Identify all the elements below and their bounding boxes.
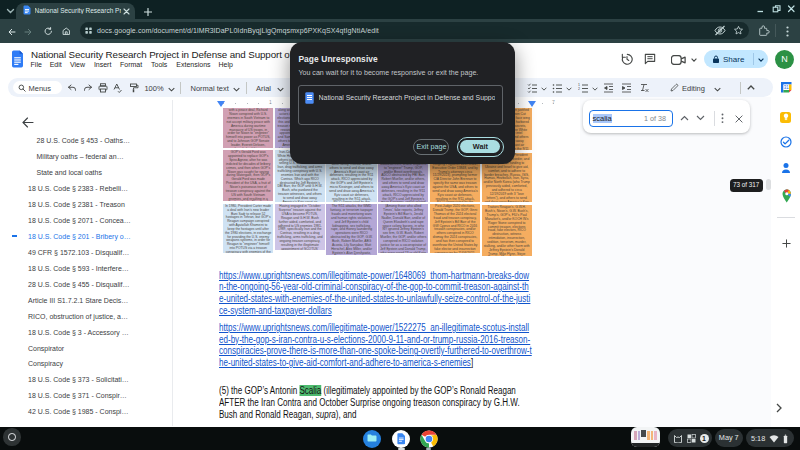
svg-text:31: 31 xyxy=(784,85,790,90)
svg-text:2: 2 xyxy=(578,86,580,90)
